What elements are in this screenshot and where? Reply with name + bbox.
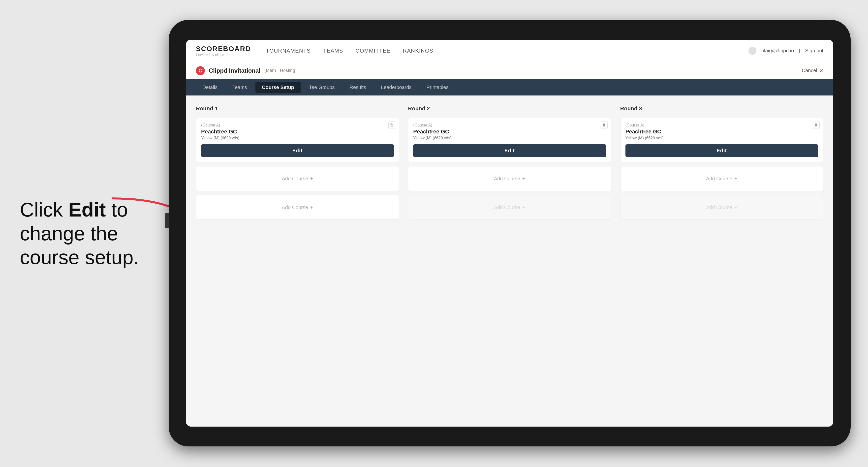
- round-3-column: Round 3 🗑 (Course A) Peachtree GC Yellow…: [620, 105, 824, 220]
- round-3-course-name: Peachtree GC: [625, 128, 818, 135]
- nav-links: TOURNAMENTS TEAMS COMMITTEE RANKINGS: [266, 48, 748, 54]
- tabs-bar: Details Teams Course Setup Tee Groups Re…: [186, 80, 833, 95]
- tournament-title: Clippd Invitational: [209, 67, 260, 74]
- logo-sub: Powered by clippd: [196, 53, 251, 57]
- round-2-add-plus-1: +: [522, 175, 525, 182]
- nav-tournaments[interactable]: TOURNAMENTS: [266, 48, 311, 54]
- round-2-add-plus-2: +: [522, 204, 525, 211]
- nav-divider: |: [799, 48, 800, 54]
- cancel-button[interactable]: Cancel ✕: [802, 68, 824, 74]
- round-3-course-label: (Course A): [625, 123, 818, 127]
- tab-course-setup[interactable]: Course Setup: [255, 82, 301, 93]
- avatar: [748, 47, 756, 55]
- round-1-course-card: 🗑 (Course A) Peachtree GC Yellow (M) (66…: [196, 118, 399, 162]
- nav-committee[interactable]: COMMITTEE: [355, 48, 391, 54]
- sign-out-link[interactable]: Sign out: [805, 48, 824, 54]
- tab-printables[interactable]: Printables: [420, 82, 455, 93]
- round-3-delete-button[interactable]: 🗑: [813, 122, 819, 128]
- round-1-add-plus-1: +: [310, 175, 313, 182]
- logo-area: SCOREBOARD Powered by clippd: [196, 45, 251, 57]
- round-2-course-details: Yellow (M) (6629 yds): [413, 136, 606, 141]
- round-2-course-card: 🗑 (Course A) Peachtree GC Yellow (M) (66…: [408, 118, 611, 162]
- round-2-add-course-1[interactable]: Add Course +: [408, 166, 611, 191]
- round-1-delete-button[interactable]: 🗑: [389, 122, 395, 128]
- tab-tee-groups[interactable]: Tee Groups: [303, 82, 341, 93]
- tablet-screen: SCOREBOARD Powered by clippd TOURNAMENTS…: [186, 40, 833, 427]
- tablet-side-button: [165, 213, 168, 228]
- nav-right: blair@clippd.io | Sign out: [748, 47, 824, 55]
- tab-teams[interactable]: Teams: [226, 82, 253, 93]
- round-3-add-course-2: Add Course +: [620, 195, 824, 220]
- nav-teams[interactable]: TEAMS: [323, 48, 343, 54]
- round-2-course-name: Peachtree GC: [413, 128, 606, 135]
- round-1-add-course-1[interactable]: Add Course +: [196, 166, 399, 191]
- round-1-add-course-text-2: Add Course: [282, 205, 308, 210]
- nav-rankings[interactable]: RANKINGS: [403, 48, 434, 54]
- round-1-column: Round 1 🗑 (Course A) Peachtree GC Yellow…: [196, 105, 399, 220]
- trash-icon-3: 🗑: [814, 123, 818, 127]
- user-email: blair@clippd.io: [762, 48, 794, 54]
- round-1-add-course-text-1: Add Course: [282, 176, 308, 182]
- round-3-add-course-text-2: Add Course: [706, 205, 732, 210]
- round-2-column: Round 2 🗑 (Course A) Peachtree GC Yellow…: [408, 105, 611, 220]
- round-3-add-course-text-1: Add Course: [706, 176, 732, 182]
- round-2-add-course-text-1: Add Course: [494, 176, 520, 182]
- round-1-course-details: Yellow (M) (6629 yds): [201, 136, 394, 141]
- round-2-delete-button[interactable]: 🗑: [601, 122, 608, 128]
- round-2-course-label: (Course A): [413, 123, 606, 127]
- round-3-label: Round 3: [620, 105, 824, 112]
- logo-text: SCOREBOARD: [196, 45, 251, 53]
- tab-results[interactable]: Results: [343, 82, 372, 93]
- tablet: SCOREBOARD Powered by clippd TOURNAMENTS…: [168, 20, 850, 446]
- round-3-course-card: 🗑 (Course A) Peachtree GC Yellow (M) (66…: [620, 118, 824, 162]
- gender-badge: (Men): [265, 68, 276, 73]
- round-2-edit-button[interactable]: Edit: [413, 144, 606, 157]
- round-3-add-course-1[interactable]: Add Course +: [620, 166, 824, 191]
- rounds-grid: Round 1 🗑 (Course A) Peachtree GC Yellow…: [196, 105, 824, 220]
- content-area: Round 1 🗑 (Course A) Peachtree GC Yellow…: [186, 95, 833, 427]
- round-1-label: Round 1: [196, 105, 399, 112]
- round-3-add-plus-2: +: [734, 204, 738, 211]
- round-2-add-course-2: Add Course +: [408, 195, 611, 220]
- round-1-course-name: Peachtree GC: [201, 128, 394, 135]
- round-1-add-course-2[interactable]: Add Course +: [196, 195, 399, 220]
- round-2-add-course-text-2: Add Course: [494, 205, 520, 210]
- round-1-edit-button[interactable]: Edit: [201, 144, 394, 157]
- round-1-course-label: (Course A): [201, 123, 394, 127]
- round-3-course-details: Yellow (M) (6629 yds): [625, 136, 818, 141]
- trash-icon: 🗑: [390, 123, 394, 127]
- round-3-edit-button[interactable]: Edit: [625, 144, 818, 157]
- close-icon: ✕: [819, 68, 824, 74]
- tab-leaderboards[interactable]: Leaderboards: [374, 82, 418, 93]
- brand-logo: C: [196, 66, 205, 75]
- trash-icon-2: 🗑: [602, 123, 606, 127]
- hosting-status: Hosting: [280, 68, 295, 73]
- round-1-add-plus-2: +: [310, 204, 313, 211]
- tab-details[interactable]: Details: [196, 82, 224, 93]
- navigation-bar: SCOREBOARD Powered by clippd TOURNAMENTS…: [186, 40, 833, 62]
- round-2-label: Round 2: [408, 105, 611, 112]
- sub-header: C Clippd Invitational (Men) Hosting Canc…: [186, 62, 833, 80]
- round-3-add-plus-1: +: [734, 175, 738, 182]
